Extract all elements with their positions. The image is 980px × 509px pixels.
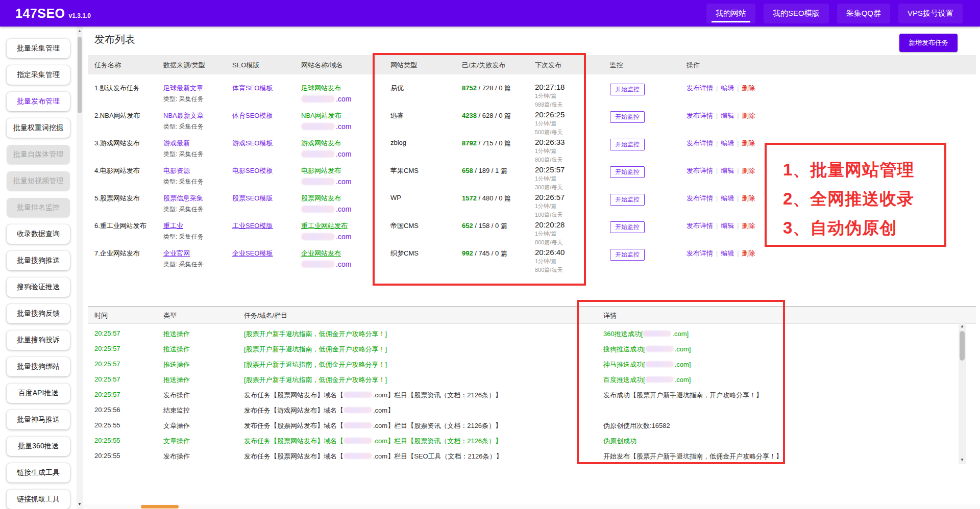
scrollbar-thumb[interactable] xyxy=(960,331,965,361)
top-nav-item[interactable]: 我的网站 xyxy=(706,4,755,23)
sidebar-item[interactable]: 批量搜狗反馈 xyxy=(7,304,70,323)
source-link[interactable]: 电影资源 xyxy=(163,167,190,174)
sidebar-item[interactable]: 批量权重词挖掘 xyxy=(7,118,70,138)
sidebar-item[interactable]: 批量发布管理 xyxy=(7,92,70,111)
delete-link[interactable]: 删除 xyxy=(742,84,755,92)
sidebar-item[interactable]: 链接抓取工具 xyxy=(7,490,70,509)
template-link[interactable]: 体育SEO模板 xyxy=(232,84,273,92)
publish-detail-link[interactable]: 发布详情 xyxy=(687,167,713,174)
source-link[interactable]: 股票信息采集 xyxy=(163,194,203,202)
sidebar-item-label: 链接生成工具 xyxy=(17,468,60,477)
site-name-link[interactable]: 游戏网站发布 xyxy=(301,139,341,147)
sidebar-item[interactable]: 批量采集管理 xyxy=(7,39,70,58)
top-nav-item[interactable]: 采集QQ群 xyxy=(837,4,890,23)
top-nav-item[interactable]: VPS拨号设置 xyxy=(898,4,963,23)
scroll-up-arrow-icon[interactable]: ▲ xyxy=(77,28,83,35)
scroll-up-arrow-icon[interactable]: ▲ xyxy=(959,323,966,330)
next-publish-cell: 20:20:28 1分钟/篇 800篇/每天 xyxy=(535,220,609,246)
domain-suffix[interactable]: .com xyxy=(336,260,351,268)
sidebar-item[interactable]: 指定采集管理 xyxy=(7,65,70,85)
source-link[interactable]: 游戏最新 xyxy=(163,139,190,147)
start-monitor-button[interactable]: 开始监控 xyxy=(610,166,645,178)
next-publish-time: 20:26:25 xyxy=(535,110,609,119)
edit-link[interactable]: 编辑 xyxy=(721,167,734,174)
data-source-cell: 企业官网 类型: 采集任务 xyxy=(163,249,230,269)
horizontal-scrollbar[interactable] xyxy=(83,504,980,509)
site-name-link[interactable]: 股票网站发布 xyxy=(301,194,341,202)
delete-link[interactable]: 删除 xyxy=(742,139,755,147)
site-name-cell: 重工业网站发布 .com xyxy=(301,221,388,241)
publish-detail-link[interactable]: 发布详情 xyxy=(687,194,713,202)
domain-suffix[interactable]: .com xyxy=(336,122,351,131)
data-source-cell: 重工业 类型: 采集任务 xyxy=(163,221,230,241)
template-link[interactable]: 体育SEO模板 xyxy=(232,112,273,119)
app-window: 147SEO v1.3.1.0 我的网站 我的SEO模版 采集QQ群 VPS拨号… xyxy=(0,0,980,509)
domain-suffix[interactable]: .com xyxy=(336,177,351,186)
publish-table-row: 2.NBA网站发布 NBA最新文章 类型: 采集任务 体育SEO模板 NBA网站… xyxy=(83,107,980,135)
source-link[interactable]: 企业官网 xyxy=(163,249,190,257)
template-link[interactable]: 企业SEO模板 xyxy=(232,249,273,257)
sidebar-item[interactable]: 批量搜狗推送 xyxy=(7,251,70,270)
delete-link[interactable]: 删除 xyxy=(742,167,755,174)
template-link[interactable]: 电影SEO模板 xyxy=(232,167,273,174)
sidebar-item[interactable]: 批量搜狗绑站 xyxy=(7,357,70,376)
site-name-link[interactable]: 企业网站发布 xyxy=(301,249,341,257)
scrollbar-thumb[interactable] xyxy=(78,37,82,113)
start-monitor-button[interactable]: 开始监控 xyxy=(610,194,645,206)
publish-detail-link[interactable]: 发布详情 xyxy=(687,249,713,257)
edit-link[interactable]: 编辑 xyxy=(721,84,734,92)
log-scrollbar[interactable]: ▲ ▼ xyxy=(959,322,966,464)
publish-detail-link[interactable]: 发布详情 xyxy=(687,84,713,92)
sidebar-item[interactable]: 链接生成工具 xyxy=(7,463,70,482)
site-name-link[interactable]: 电影网站发布 xyxy=(301,167,341,174)
publish-detail-link[interactable]: 发布详情 xyxy=(687,222,713,230)
domain-suffix[interactable]: .com xyxy=(336,233,351,241)
new-publish-task-button[interactable]: 新增发布任务 xyxy=(899,34,958,52)
scroll-down-arrow-icon[interactable]: ▼ xyxy=(959,456,966,464)
top-nav-item[interactable]: 我的SEO模版 xyxy=(764,4,829,23)
edit-link[interactable]: 编辑 xyxy=(721,249,734,257)
start-monitor-button[interactable]: 开始监控 xyxy=(610,111,645,123)
start-monitor-button[interactable]: 开始监控 xyxy=(610,84,645,95)
edit-link[interactable]: 编辑 xyxy=(721,222,734,230)
template-link[interactable]: 股票SEO模版 xyxy=(232,194,273,202)
edit-link[interactable]: 编辑 xyxy=(721,194,734,202)
start-monitor-button[interactable]: 开始监控 xyxy=(610,139,645,150)
sidebar-item[interactable]: 收录数据查询 xyxy=(7,224,70,244)
template-link[interactable]: 游戏SEO模板 xyxy=(232,139,273,147)
publish-detail-link[interactable]: 发布详情 xyxy=(687,112,713,119)
sidebar-item[interactable]: 批量搜狗投诉 xyxy=(7,330,70,350)
publish-counts-cell: 8752 / 728 / 0 篇 xyxy=(462,84,533,93)
domain-suffix[interactable]: .com xyxy=(336,205,351,213)
horizontal-scrollbar-thumb[interactable] xyxy=(141,505,179,508)
template-link[interactable]: 工业SEO模版 xyxy=(232,222,273,230)
scroll-down-arrow-icon[interactable]: ▼ xyxy=(77,501,83,508)
sidebar-item[interactable]: 批量360推送 xyxy=(7,437,70,456)
start-monitor-button[interactable]: 开始监控 xyxy=(610,249,645,261)
site-name-link[interactable]: 重工业网站发布 xyxy=(301,222,348,230)
sidebar-item[interactable]: 批量神马推送 xyxy=(7,410,70,429)
source-link[interactable]: 足球最新文章 xyxy=(163,84,203,92)
delete-link[interactable]: 删除 xyxy=(742,249,755,257)
sidebar-item[interactable]: 批量自媒体管理 xyxy=(7,145,70,164)
sidebar-item[interactable]: 百度API推送 xyxy=(7,384,70,403)
source-link[interactable]: 重工业 xyxy=(163,222,183,230)
domain-suffix[interactable]: .com xyxy=(336,95,351,103)
domain-suffix[interactable]: .com xyxy=(336,150,351,158)
log-task-text: [股票开户新手避坑指南，低佣金开户攻略分享！] xyxy=(244,361,387,368)
delete-link[interactable]: 删除 xyxy=(742,194,755,202)
site-name-link[interactable]: NBA网站发布 xyxy=(301,112,341,119)
edit-link[interactable]: 编辑 xyxy=(721,139,734,147)
start-monitor-button[interactable]: 开始监控 xyxy=(610,221,645,233)
site-name-link[interactable]: 足球网站发布 xyxy=(301,84,341,92)
source-link[interactable]: NBA最新文章 xyxy=(163,112,204,119)
publish-detail-link[interactable]: 发布详情 xyxy=(687,139,713,147)
content-scrollbar[interactable]: ▲ ▼ xyxy=(77,27,83,509)
sidebar-item[interactable]: 批量排名监控 xyxy=(7,198,70,217)
edit-link[interactable]: 编辑 xyxy=(721,112,734,119)
sidebar-item[interactable]: 批量短视频管理 xyxy=(7,171,70,191)
delete-link[interactable]: 删除 xyxy=(742,112,755,119)
publish-rate: 1分钟/篇 xyxy=(535,120,609,128)
sidebar-item[interactable]: 搜狗验证推送 xyxy=(7,277,70,297)
delete-link[interactable]: 删除 xyxy=(742,222,755,230)
